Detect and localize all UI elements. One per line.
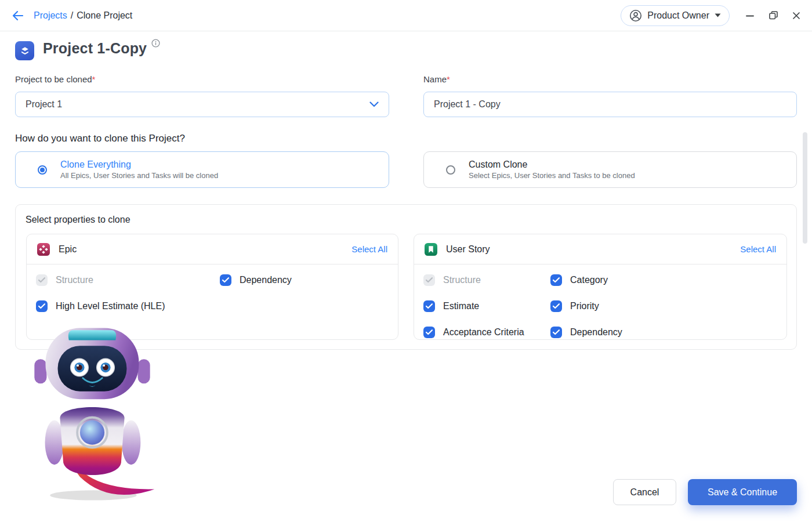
prop-label: Dependency	[570, 327, 622, 338]
scrollbar-thumb[interactable]	[803, 132, 807, 244]
prop-label: Dependency	[240, 275, 292, 285]
checkbox-disabled-checked-icon	[36, 274, 48, 286]
breadcrumb-current: Clone Project	[77, 10, 132, 21]
prop-label: Acceptance Criteria	[443, 327, 524, 338]
checkbox-checked-icon[interactable]	[423, 327, 435, 338]
breadcrumb-projects-link[interactable]: Projects	[34, 10, 67, 21]
story-prop-estimate[interactable]: Estimate	[423, 300, 550, 312]
minimize-button[interactable]	[745, 10, 755, 21]
option-title: Custom Clone	[469, 160, 635, 170]
epic-card-header: Epic Select All	[27, 234, 398, 264]
role-label: Product Owner	[647, 10, 709, 21]
name-label: Name*	[423, 74, 797, 84]
project-select[interactable]: Project 1	[15, 92, 389, 117]
checkbox-checked-icon[interactable]	[423, 300, 435, 312]
label-text: Name	[423, 74, 447, 84]
user-story-card-header: User Story Select All	[414, 234, 786, 264]
clone-project-window: Projects / Clone Project Product Owner	[0, 0, 812, 522]
prop-label: Estimate	[443, 301, 479, 311]
back-arrow-icon	[11, 9, 25, 23]
epic-prop-hle[interactable]: High Level Estimate (HLE)	[36, 300, 220, 312]
name-field-group: Name*	[423, 74, 797, 117]
project-to-clone-label: Project to be cloned*	[15, 74, 389, 84]
radio-unselected-icon[interactable]	[446, 165, 455, 175]
story-prop-category[interactable]: Category	[550, 274, 777, 286]
project-layers-icon	[15, 41, 34, 60]
prop-label: Structure	[443, 275, 481, 285]
robot-mascot-illustration	[26, 311, 159, 504]
checkbox-checked-icon[interactable]	[36, 300, 48, 312]
clone-everything-option[interactable]: Clone Everything All Epics, User Stories…	[15, 151, 389, 188]
option-text: Clone Everything All Epics, User Stories…	[60, 160, 218, 180]
option-subtitle: All Epics, User Stories and Tasks will b…	[60, 171, 218, 180]
required-mark: *	[92, 74, 96, 84]
epic-prop-dependency[interactable]: Dependency	[220, 274, 389, 286]
cancel-button[interactable]: Cancel	[613, 479, 676, 505]
checkbox-checked-icon[interactable]	[550, 327, 562, 338]
caret-down-icon	[715, 13, 721, 17]
breadcrumb: Projects / Clone Project	[34, 10, 132, 21]
prop-label: Structure	[56, 275, 93, 285]
close-button[interactable]	[791, 10, 802, 21]
radio-selected-icon[interactable]	[38, 165, 47, 175]
user-story-properties: Structure Category Estimate	[414, 264, 786, 348]
epic-select-all-link[interactable]: Select All	[351, 244, 387, 254]
info-icon[interactable]	[151, 39, 160, 48]
checkbox-checked-icon[interactable]	[550, 274, 562, 286]
user-avatar-icon	[629, 9, 642, 22]
epic-icon	[37, 243, 50, 256]
epic-prop-structure: Structure	[36, 274, 220, 286]
custom-clone-option[interactable]: Custom Clone Select Epics, User Stories …	[423, 151, 797, 188]
project-select-value: Project 1	[26, 99, 62, 110]
user-story-icon	[425, 243, 437, 256]
restore-button[interactable]	[768, 10, 778, 21]
top-bar: Projects / Clone Project Product Owner	[0, 0, 812, 31]
name-input[interactable]	[423, 92, 797, 117]
checkbox-checked-icon[interactable]	[220, 274, 231, 286]
window-controls	[745, 10, 802, 21]
project-to-clone-field: Project to be cloned* Project 1	[15, 74, 389, 117]
properties-panel-title: Select properties to clone	[26, 215, 130, 225]
story-prop-structure: Structure	[423, 274, 550, 286]
clone-question: How do you want to clone this Project?	[15, 133, 185, 144]
epic-card-title: Epic	[59, 244, 77, 255]
chevron-down-icon	[369, 102, 379, 107]
user-story-select-all-link[interactable]: Select All	[740, 244, 776, 254]
option-title: Clone Everything	[60, 160, 218, 170]
story-prop-dependency[interactable]: Dependency	[550, 327, 777, 338]
checkbox-disabled-checked-icon	[423, 274, 435, 286]
story-prop-acceptance-criteria[interactable]: Acceptance Criteria	[423, 327, 550, 338]
prop-label: Priority	[570, 301, 599, 311]
label-text: Project to be cloned	[15, 74, 92, 84]
required-mark: *	[447, 74, 450, 84]
back-button[interactable]	[10, 8, 26, 23]
option-subtitle: Select Epics, User Stories and Tasks to …	[469, 171, 635, 180]
option-text: Custom Clone Select Epics, User Stories …	[469, 160, 635, 180]
page-title-row: Project 1-Copy	[15, 40, 160, 60]
user-story-card-title: User Story	[446, 244, 490, 255]
prop-label: Category	[570, 275, 608, 285]
save-continue-button[interactable]: Save & Continue	[688, 479, 797, 505]
prop-label: High Level Estimate (HLE)	[56, 301, 165, 311]
checkbox-checked-icon[interactable]	[550, 300, 562, 312]
user-story-card: User Story Select All Structure Category	[414, 234, 787, 340]
role-dropdown[interactable]: Product Owner	[621, 5, 730, 26]
story-prop-priority[interactable]: Priority	[550, 300, 777, 312]
breadcrumb-separator: /	[71, 10, 73, 21]
page-title: Project 1-Copy	[43, 40, 147, 57]
